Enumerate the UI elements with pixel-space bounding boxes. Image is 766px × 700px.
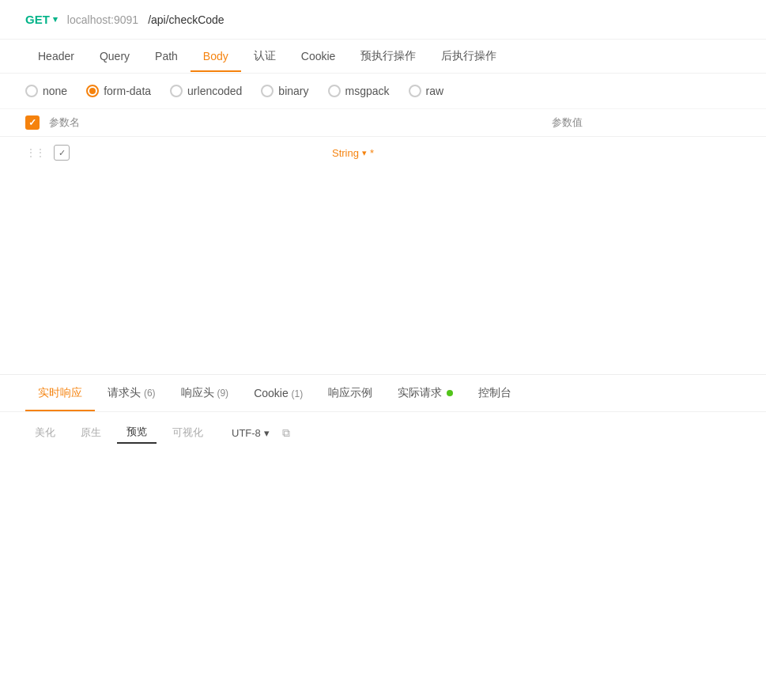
radio-urlencoded-label: urlencoded [187, 85, 242, 97]
sub-tab-preview[interactable]: 预览 [117, 422, 157, 444]
param-row-checkbox[interactable] [54, 145, 70, 161]
tab-response-headers[interactable]: 响应头 (9) [168, 375, 242, 411]
request-tabs: Header Query Path Body 认证 Cookie 预执行操作 后… [0, 40, 766, 74]
tab-cookie-response[interactable]: Cookie (1) [241, 376, 315, 411]
response-headers-badge: (9) [217, 388, 228, 399]
radio-binary-circle [261, 85, 274, 97]
tab-auth[interactable]: 认证 [241, 40, 289, 73]
tab-post-action[interactable]: 后执行操作 [428, 40, 509, 73]
param-name-header: 参数名 [49, 115, 80, 130]
string-type-selector[interactable]: String ▾ * [332, 147, 374, 159]
radio-binary[interactable]: binary [261, 85, 308, 97]
response-tabs: 实时响应 请求头 (6) 响应头 (9) Cookie (1) 响应示例 实际请… [0, 375, 766, 412]
radio-form-data-circle [86, 85, 99, 97]
radio-none-circle [25, 85, 38, 97]
url-bar: GET ▾ localhost:9091 /api/checkCode [0, 0, 766, 40]
radio-msgpack[interactable]: msgpack [328, 85, 390, 97]
tab-cookie[interactable]: Cookie [289, 40, 349, 72]
encoding-label: UTF-8 [232, 427, 261, 439]
select-all-checkbox[interactable] [25, 115, 40, 130]
radio-urlencoded[interactable]: urlencoded [170, 85, 242, 97]
radio-raw-label: raw [426, 85, 444, 97]
tab-body[interactable]: Body [191, 40, 241, 72]
tab-header[interactable]: Header [25, 40, 87, 72]
tab-console[interactable]: 控制台 [466, 375, 524, 411]
sub-tab-raw[interactable]: 原生 [71, 422, 111, 443]
param-value-header: 参数值 [552, 115, 583, 130]
tab-pre-action[interactable]: 预执行操作 [348, 40, 428, 73]
encoding-selector[interactable]: UTF-8 ▾ [232, 427, 270, 439]
copy-icon[interactable]: ⧉ [282, 426, 290, 440]
string-type-label: String [332, 147, 359, 159]
radio-form-data-label: form-data [104, 85, 151, 97]
method-label: GET [25, 13, 50, 26]
tab-path[interactable]: Path [142, 40, 191, 72]
method-selector[interactable]: GET ▾ [25, 13, 58, 26]
tab-realtime[interactable]: 实时响应 [25, 375, 95, 411]
radio-raw[interactable]: raw [409, 85, 444, 97]
url-host[interactable]: localhost:9091 [67, 13, 138, 26]
type-chevron-icon: ▾ [362, 148, 367, 158]
active-dot-icon [447, 390, 453, 396]
tab-response-example[interactable]: 响应示例 [315, 375, 385, 411]
method-chevron-icon: ▾ [53, 14, 58, 25]
radio-msgpack-circle [328, 85, 341, 97]
tab-request-headers[interactable]: 请求头 (6) [95, 375, 168, 411]
tab-actual-request[interactable]: 实际请求 [385, 375, 466, 411]
request-headers-badge: (6) [144, 388, 156, 399]
required-star: * [370, 147, 374, 159]
radio-msgpack-label: msgpack [345, 85, 390, 97]
sub-tab-beautify[interactable]: 美化 [25, 422, 65, 443]
params-header: 参数名 参数值 [0, 109, 766, 137]
radio-form-data[interactable]: form-data [86, 85, 151, 97]
radio-none-label: none [43, 85, 67, 97]
encoding-chevron-icon: ▾ [264, 427, 270, 439]
param-row: ⋮⋮ String ▾ * [0, 137, 766, 168]
radio-raw-circle [409, 85, 421, 97]
sub-tab-visualize[interactable]: 可视化 [163, 422, 213, 443]
drag-handle-icon[interactable]: ⋮⋮ [25, 146, 44, 159]
cookie-badge: (1) [292, 388, 304, 399]
response-sub-tabs: 美化 原生 预览 可视化 UTF-8 ▾ ⧉ [0, 412, 766, 453]
tab-query[interactable]: Query [87, 40, 142, 72]
url-path[interactable]: /api/checkCode [148, 13, 225, 26]
radio-none[interactable]: none [25, 85, 67, 97]
radio-urlencoded-circle [170, 85, 183, 97]
body-options: none form-data urlencoded binary msgpack… [0, 74, 766, 109]
radio-binary-label: binary [278, 85, 308, 97]
